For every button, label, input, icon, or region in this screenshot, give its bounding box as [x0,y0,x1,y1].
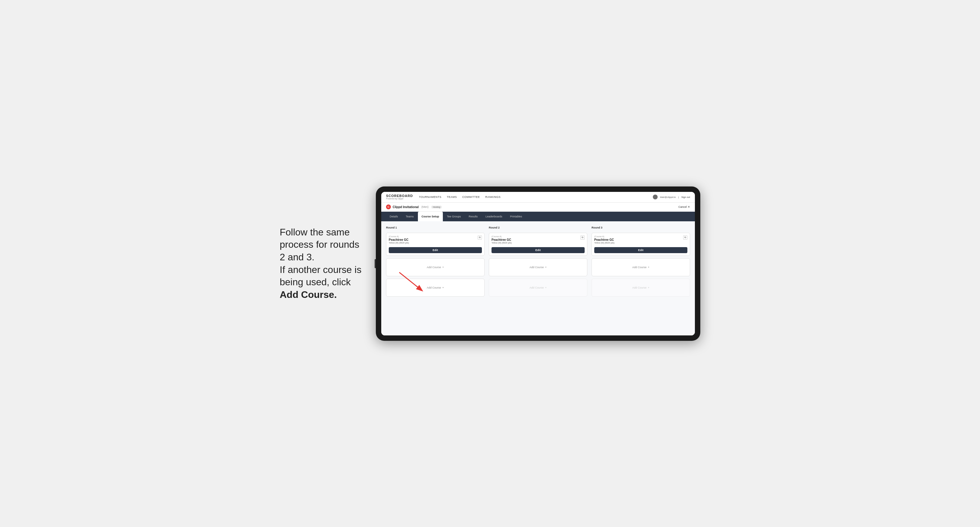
tab-details[interactable]: Details [386,212,402,221]
tournament-logo: C [386,205,391,209]
add-course-label-r1-1: Add Course [427,266,441,269]
tab-results[interactable]: Results [465,212,481,221]
top-nav-right: blair@clippd.io | Sign out [653,195,690,199]
edit-course-btn-r3[interactable]: Edit [594,247,687,253]
add-course-r2-slot1[interactable]: Add Course + [489,258,587,276]
top-nav: SCOREBOARD Powered by clippd TOURNAMENTS… [381,192,695,203]
round-3-course-card: (Course A) Peachtree GC Yellow (M) (6629… [592,233,690,256]
add-course-label-r1-2: Add Course [427,286,441,289]
tab-course-setup[interactable]: Course Setup [418,212,443,221]
tournament-bar: C Clippd Invitational (Men) Hosting Canc… [381,203,695,212]
course-details-r1: Yellow (M) (6629 yds) [389,242,409,244]
tab-teams[interactable]: Teams [402,212,418,221]
nav-rankings[interactable]: RANKINGS [485,195,501,198]
add-course-icon-r2-1: + [545,266,546,269]
add-course-icon-r2-2: + [545,286,546,289]
course-info-r2: (Course A) Peachtree GC Yellow (M) (6629… [492,235,512,246]
course-name-r3: Peachtree GC [594,238,614,241]
round-1-column: Round 1 (Course A) Peachtree GC Yellow (… [386,226,485,297]
round-2-column: Round 2 (Course A) Peachtree GC Yellow (… [489,226,587,297]
course-details-r2: Yellow (M) (6629 yds) [492,242,512,244]
user-avatar [653,195,658,199]
course-info-r1: (Course A) Peachtree GC Yellow (M) (6629… [389,235,409,246]
nav-committee[interactable]: COMMITTEE [462,195,480,198]
tournament-title: Clippd Invitational [393,205,419,209]
logo-main-text: SCOREBOARD [386,194,413,198]
add-course-label-r3-2: Add Course [632,286,647,289]
course-name-r2: Peachtree GC [492,238,512,241]
tournament-gender: (Men) [422,205,429,208]
main-content: Round 1 (Course A) Peachtree GC Yellow (… [381,221,695,335]
nav-separator: | [678,196,679,198]
add-course-label-r2-2: Add Course [530,286,544,289]
add-course-r1-slot2[interactable]: Add Course + [386,279,485,297]
course-card-actions-r1: ⧉ [478,235,482,240]
tablet-frame: SCOREBOARD Powered by clippd TOURNAMENTS… [376,186,700,341]
course-card-header-r3: (Course A) Peachtree GC Yellow (M) (6629… [594,235,687,246]
course-card-actions-r3: ⧉ [683,235,687,240]
course-slot-label-r1: (Course A) [389,235,409,238]
course-card-header-r2: (Course A) Peachtree GC Yellow (M) (6629… [492,235,585,246]
user-email: blair@clippd.io [660,196,676,198]
instruction-text: Follow the same process for rounds 2 and… [280,227,361,300]
hosting-badge: Hosting [431,206,442,208]
course-slot-label-r3: (Course A) [594,235,614,238]
rounds-grid: Round 1 (Course A) Peachtree GC Yellow (… [386,226,690,297]
round-2-course-card: (Course A) Peachtree GC Yellow (M) (6629… [489,233,587,256]
course-card-actions-r2: ⧉ [581,235,585,240]
course-card-header-r1: (Course A) Peachtree GC Yellow (M) (6629… [389,235,482,246]
add-course-icon-r1-1: + [442,266,444,269]
tab-leaderboards[interactable]: Leaderboards [482,212,506,221]
tab-printables[interactable]: Printables [506,212,526,221]
course-name-r1: Peachtree GC [389,238,409,241]
add-course-r3-slot2: Add Course + [592,279,690,297]
tabs-bar: Details Teams Course Setup Tee Groups Re… [381,212,695,221]
round-1-course-card: (Course A) Peachtree GC Yellow (M) (6629… [386,233,485,256]
round-2-label: Round 2 [489,226,587,229]
add-course-icon-r3-2: + [648,286,649,289]
round-1-label: Round 1 [386,226,485,229]
add-course-r1-slot1[interactable]: Add Course + [386,258,485,276]
sign-out-link[interactable]: Sign out [681,196,690,198]
course-copy-btn-r1[interactable]: ⧉ [478,235,482,240]
tournament-name: C Clippd Invitational (Men) Hosting [386,205,442,209]
nav-tournaments[interactable]: TOURNAMENTS [419,195,441,198]
add-course-label-r2-1: Add Course [530,266,544,269]
tablet-side-button [375,259,376,268]
course-copy-btn-r3[interactable]: ⧉ [683,235,687,240]
course-slot-label-r2: (Course A) [492,235,512,238]
tab-tee-groups[interactable]: Tee Groups [444,212,465,221]
add-course-r3-slot1[interactable]: Add Course + [592,258,690,276]
course-details-r3: Yellow (M) (6629 yds) [594,242,614,244]
add-course-icon-r1-2: + [442,286,444,289]
add-course-icon-r3-1: + [648,266,649,269]
add-course-label-r3-1: Add Course [632,266,647,269]
course-info-r3: (Course A) Peachtree GC Yellow (M) (6629… [594,235,614,246]
cancel-button[interactable]: Cancel ✕ [678,205,690,208]
round-3-label: Round 3 [592,226,690,229]
edit-course-btn-r1[interactable]: Edit [389,247,482,253]
instruction-panel: Follow the same process for rounds 2 and… [280,226,364,301]
course-copy-btn-r2[interactable]: ⧉ [581,235,585,240]
tablet-screen: SCOREBOARD Powered by clippd TOURNAMENTS… [381,192,695,335]
scoreboard-logo: SCOREBOARD Powered by clippd [386,194,413,200]
logo-sub-text: Powered by clippd [386,198,413,200]
add-course-r2-slot2: Add Course + [489,279,587,297]
round-3-column: Round 3 (Course A) Peachtree GC Yellow (… [592,226,690,297]
top-nav-links: TOURNAMENTS TEAMS COMMITTEE RANKINGS [419,195,647,198]
edit-course-btn-r2[interactable]: Edit [492,247,585,253]
nav-teams[interactable]: TEAMS [447,195,457,198]
